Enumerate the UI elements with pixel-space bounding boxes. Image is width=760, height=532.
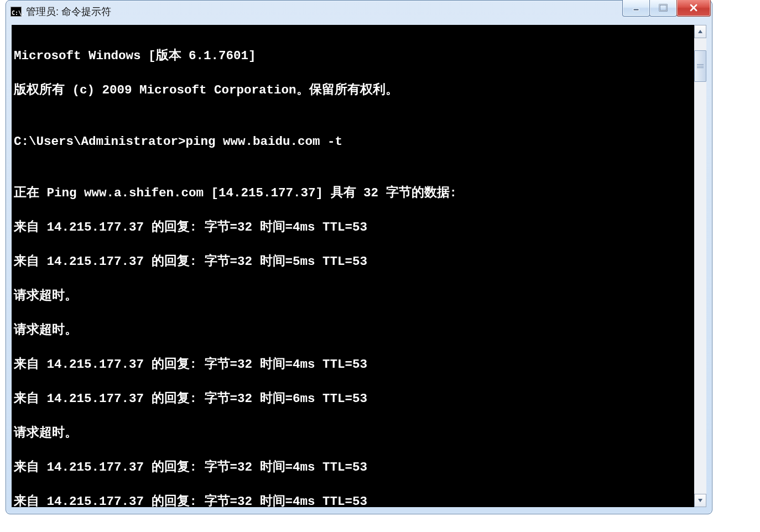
chevron-up-icon xyxy=(697,29,703,34)
console-output[interactable]: Microsoft Windows [版本 6.1.7601] 版权所有 (c)… xyxy=(12,25,694,507)
copyright-line: 版权所有 (c) 2009 Microsoft Corporation。保留所有… xyxy=(14,82,694,99)
maximize-icon xyxy=(659,4,668,12)
ping-reply: 来自 14.215.177.37 的回复: 字节=32 时间=5ms TTL=5… xyxy=(14,253,694,270)
cmd-icon: C:\. xyxy=(11,7,22,17)
client-area: Microsoft Windows [版本 6.1.7601] 版权所有 (c)… xyxy=(12,25,706,507)
scroll-thumb[interactable] xyxy=(694,50,706,82)
minimize-button[interactable] xyxy=(622,0,650,17)
close-button[interactable] xyxy=(676,0,711,17)
svg-rect-0 xyxy=(633,9,639,11)
titlebar[interactable]: C:\. 管理员: 命令提示符 xyxy=(6,1,712,23)
close-icon xyxy=(689,4,698,12)
prompt-command: C:\Users\Administrator>ping www.baidu.co… xyxy=(14,133,694,150)
window-title: 管理员: 命令提示符 xyxy=(26,5,111,18)
ping-reply: 来自 14.215.177.37 的回复: 字节=32 时间=4ms TTL=5… xyxy=(14,356,694,373)
scroll-up-button[interactable] xyxy=(694,25,706,38)
window-controls xyxy=(623,0,711,17)
scroll-track[interactable] xyxy=(694,38,706,494)
ping-timeout: 请求超时。 xyxy=(14,425,694,442)
minimize-icon xyxy=(632,4,640,12)
ping-timeout: 请求超时。 xyxy=(14,322,694,339)
ping-reply: 来自 14.215.177.37 的回复: 字节=32 时间=4ms TTL=5… xyxy=(14,219,694,236)
svg-rect-1 xyxy=(660,5,667,11)
scroll-down-button[interactable] xyxy=(694,494,706,507)
cmd-window: C:\. 管理员: 命令提示符 Microsoft Windows xyxy=(6,0,712,514)
chevron-down-icon xyxy=(697,498,703,503)
ping-reply: 来自 14.215.177.37 的回复: 字节=32 时间=6ms TTL=5… xyxy=(14,390,694,408)
maximize-button[interactable] xyxy=(649,0,677,17)
ping-timeout: 请求超时。 xyxy=(14,288,694,305)
svg-rect-2 xyxy=(660,5,667,11)
ping-reply: 来自 14.215.177.37 的回复: 字节=32 时间=4ms TTL=5… xyxy=(14,493,694,507)
banner-line: Microsoft Windows [版本 6.1.7601] xyxy=(14,48,694,65)
vertical-scrollbar[interactable] xyxy=(694,25,706,507)
ping-header: 正在 Ping www.a.shifen.com [14.215.177.37]… xyxy=(14,185,694,202)
ping-reply: 来自 14.215.177.37 的回复: 字节=32 时间=4ms TTL=5… xyxy=(14,459,694,476)
